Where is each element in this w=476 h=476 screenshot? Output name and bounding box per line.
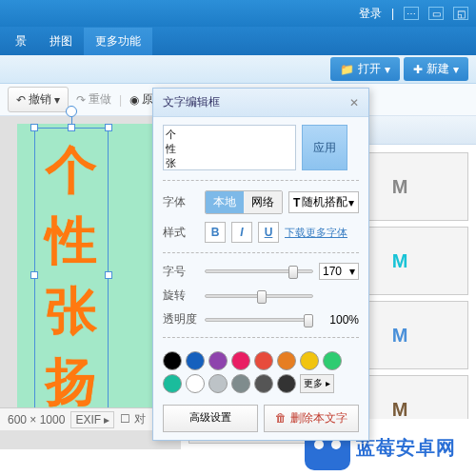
minimize-icon[interactable]: ▭ [428, 7, 444, 20]
font-select[interactable]: T随机搭配▾ [288, 191, 359, 213]
underline-button[interactable]: U [258, 222, 279, 243]
color-swatch[interactable] [186, 374, 205, 393]
more-colors-button[interactable]: 更多 ▸ [300, 374, 334, 393]
bold-button[interactable]: B [205, 222, 226, 243]
italic-button[interactable]: I [231, 222, 252, 243]
color-swatches: 更多 ▸ [163, 347, 359, 393]
canvas-char: 个 [46, 144, 97, 195]
color-swatch[interactable] [254, 351, 273, 370]
color-swatch[interactable] [231, 351, 250, 370]
resize-handle-tr[interactable] [105, 124, 112, 131]
main-tabs: 景 拼图 更多功能 [0, 27, 476, 55]
tab-more[interactable]: 更多功能 [84, 28, 152, 55]
color-swatch[interactable] [231, 374, 250, 393]
canvas-char: 扬 [46, 355, 97, 407]
opacity-slider[interactable] [205, 318, 313, 322]
canvas-dimensions: 600 × 1000 [8, 413, 65, 426]
size-value[interactable]: 170▾ [319, 263, 359, 280]
divider [163, 252, 359, 253]
compare-checkbox[interactable]: ☐ 对 [120, 411, 145, 427]
delete-text-button[interactable]: 🗑 删除本文字 [264, 405, 359, 432]
feedback-icon[interactable]: ⋯ [404, 7, 419, 20]
font-network[interactable]: 网络 [244, 191, 282, 213]
canvas-char: 张 [46, 285, 97, 336]
font-local[interactable]: 本地 [206, 191, 244, 213]
divider [163, 180, 359, 181]
font-source-toggle[interactable]: 本地 网络 [205, 190, 283, 214]
more-fonts-link[interactable]: 下载更多字体 [285, 226, 347, 240]
style-label: 样式 [163, 225, 199, 241]
dialog-title: 文字编辑框 [163, 94, 220, 110]
opacity-label: 透明度 [163, 311, 199, 327]
login-link[interactable]: 登录 [359, 6, 382, 22]
separator: | [119, 93, 122, 107]
divider: | [391, 7, 394, 20]
eye-icon: ◉ [129, 93, 139, 107]
tab-background[interactable]: 景 [4, 28, 38, 55]
text-edit-dialog: 文字编辑框 ✕ 个 性 张 扬 应用 字体 本地 网络 T随机搭配▾ 样式 B … [152, 88, 369, 441]
new-button[interactable]: ✚新建 ▾ [404, 57, 468, 81]
resize-handle-ml[interactable] [30, 271, 38, 279]
chevron-down-icon: ▾ [349, 265, 355, 278]
rotate-handle[interactable] [66, 106, 77, 117]
file-bar: 📁打开 ▾ ✚新建 ▾ [0, 55, 476, 84]
folder-icon: 📁 [340, 63, 354, 76]
restore-icon[interactable]: ◱ [453, 7, 468, 20]
advanced-button[interactable]: 高级设置 [163, 405, 258, 432]
canvas-char: 性 [46, 214, 97, 266]
exif-button[interactable]: EXIF ▸ [70, 411, 114, 428]
color-swatch[interactable] [277, 351, 296, 370]
color-swatch[interactable] [208, 351, 228, 370]
color-swatch[interactable] [277, 374, 296, 393]
size-slider[interactable] [205, 269, 313, 273]
plus-icon: ✚ [413, 63, 423, 76]
resize-handle-tm[interactable] [68, 124, 75, 131]
undo-button[interactable]: ↶ 撤销 ▾ [8, 87, 69, 112]
rotate-label: 旋转 [163, 288, 199, 304]
color-swatch[interactable] [163, 374, 182, 393]
color-swatch[interactable] [300, 351, 319, 370]
font-label: 字体 [163, 194, 199, 210]
color-swatch[interactable] [323, 351, 342, 370]
color-swatch[interactable] [254, 374, 273, 393]
divider [163, 337, 359, 338]
canvas[interactable]: 个 性 张 扬 [17, 124, 165, 428]
color-swatch[interactable] [186, 351, 205, 370]
resize-handle-mr[interactable] [105, 271, 112, 279]
tab-puzzle[interactable]: 拼图 [38, 28, 84, 55]
text-input[interactable]: 个 性 张 扬 [163, 125, 296, 170]
text-selection-box[interactable]: 个 性 张 扬 [34, 128, 109, 423]
size-label: 字号 [163, 264, 199, 280]
close-icon[interactable]: ✕ [349, 96, 359, 109]
chevron-down-icon: ▾ [348, 196, 354, 209]
rotate-slider[interactable] [205, 294, 313, 298]
mascot-name: 蓝莓安卓网 [356, 435, 456, 461]
dialog-titlebar[interactable]: 文字编辑框 ✕ [153, 89, 368, 117]
color-swatch[interactable] [163, 351, 182, 370]
trash-icon: 🗑 [275, 411, 287, 425]
opacity-value: 100% [319, 313, 359, 327]
redo-button[interactable]: ↷ 重做 [76, 91, 111, 108]
resize-handle-tl[interactable] [30, 124, 38, 131]
color-swatch[interactable] [208, 374, 228, 393]
apply-button[interactable]: 应用 [302, 125, 347, 170]
open-button[interactable]: 📁打开 ▾ [330, 57, 400, 81]
window-titlebar: 登录 | ⋯ ▭ ◱ [0, 0, 476, 27]
